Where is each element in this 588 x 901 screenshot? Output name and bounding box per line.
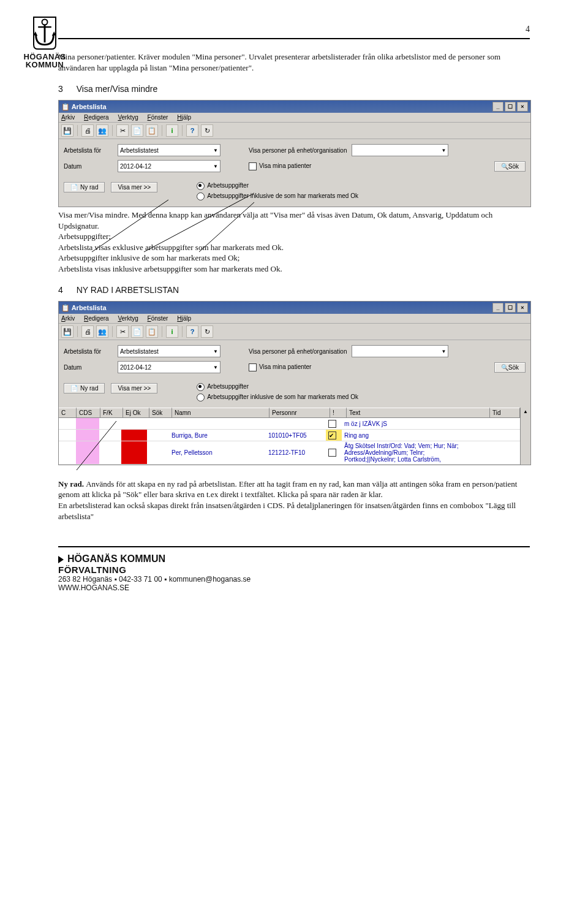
paste-icon[interactable]: 📋 — [146, 124, 158, 137]
scrollbar[interactable]: ▲ — [520, 408, 530, 465]
sok-label: Sök — [508, 364, 519, 371]
ny-rad-button[interactable]: 📄 Ny rad — [64, 182, 105, 192]
visa-mer-label: Visa mer >> — [118, 184, 151, 191]
table-row[interactable]: m öz j IZÄVK jS — [59, 418, 520, 430]
visa-mer-label: Visa mer >> — [118, 385, 151, 392]
menu-bar: Arkiv Redigera Verktyg Fönster Hjälp — [59, 113, 530, 123]
help-icon[interactable]: ? — [186, 124, 198, 137]
radio-group-arbetsuppgifter: Arbetsuppgifter Arbetsuppgifter inklusiv… — [197, 182, 358, 200]
maximize-icon[interactable]: ☐ — [505, 303, 516, 313]
radio-arbetsuppgifter[interactable]: Arbetsuppgifter — [197, 182, 358, 190]
minimize-icon[interactable]: _ — [492, 303, 503, 313]
cut-icon[interactable]: ✂ — [116, 325, 129, 338]
th-fk: F/K — [100, 408, 123, 418]
combo-arbetslista[interactable]: Arbetslistatest ▼ — [118, 345, 221, 357]
visa-mer-button[interactable]: Visa mer >> — [111, 182, 157, 192]
help-icon[interactable]: ? — [186, 325, 198, 338]
chevron-down-icon: ▼ — [213, 148, 218, 153]
chevron-down-icon: ▼ — [213, 365, 218, 370]
menu-redigera[interactable]: Redigera — [84, 315, 109, 322]
label-visa-personer: Visa personer på enhet/organisation — [249, 147, 347, 154]
cell-namn: Burriga, Bure — [169, 430, 266, 441]
section-number: 3 — [58, 84, 63, 94]
th-namn: Namn — [172, 408, 270, 418]
checkbox-icon — [249, 162, 257, 170]
copy-icon[interactable]: 📄 — [131, 325, 143, 338]
save-icon[interactable]: 💾 — [61, 124, 74, 137]
label-datum: Datum — [64, 163, 113, 170]
ny-rad-label: Ny rad — [80, 184, 98, 191]
table-row[interactable]: Burriga, Bure 101010+TF05 ✔ Ring ang — [59, 430, 520, 441]
checkbox-visa-mina[interactable]: Visa mina patienter — [249, 162, 311, 170]
ny-rad-button[interactable]: 📄 Ny rad — [64, 383, 105, 393]
minimize-icon[interactable]: _ — [492, 102, 503, 112]
sok-button[interactable]: 🔍 Sök — [494, 161, 526, 172]
refresh-icon[interactable]: ↻ — [201, 124, 213, 137]
combo-enhet[interactable]: ▼ — [352, 345, 448, 357]
print-icon[interactable]: 🖨 — [81, 325, 94, 338]
table-row[interactable]: Per, Pelletsson 121212-TF10 Åtg Skötsel … — [59, 441, 520, 465]
menu-arkiv[interactable]: Arkiv — [61, 315, 75, 322]
checkbox-label: Visa mina patienter — [259, 162, 311, 169]
info-icon[interactable]: i — [166, 124, 178, 137]
menu-hjalp[interactable]: Hjälp — [177, 114, 191, 121]
radio-inklusive-ok[interactable]: Arbetsuppgifter inklusive de som har mar… — [197, 192, 358, 200]
chevron-down-icon: ▼ — [213, 164, 218, 169]
footer-line1: HÖGANÄS KOMMUN — [67, 553, 165, 564]
menu-fonster[interactable]: Fönster — [148, 114, 168, 121]
footer-line2: FÖRVALTNING — [58, 565, 530, 575]
menu-verktyg[interactable]: Verktyg — [118, 114, 138, 121]
field-datum[interactable]: 2012-04-12 ▼ — [118, 160, 221, 172]
menu-hjalp[interactable]: Hjälp — [177, 315, 191, 322]
window-title: Arbetslista — [72, 304, 107, 311]
radio1-label: Arbetsuppgifter — [207, 182, 249, 189]
save-icon[interactable]: 💾 — [61, 325, 74, 338]
combo-enhet[interactable]: ▼ — [352, 144, 448, 156]
field-datum[interactable]: 2012-04-12 ▼ — [118, 361, 221, 373]
checkbox-icon[interactable] — [328, 420, 336, 428]
menu-fonster[interactable]: Fönster — [148, 315, 168, 322]
municipality-logo: HÖGANÄS KOMMUN — [17, 15, 72, 69]
refresh-icon[interactable]: ↻ — [201, 325, 213, 338]
close-icon[interactable]: × — [517, 102, 528, 112]
section-3-heading: 3 Visa mer/Visa mindre — [58, 84, 530, 94]
combo-arbetslista[interactable]: Arbetslistatest ▼ — [118, 144, 221, 156]
sok-button[interactable]: 🔍 Sök — [494, 362, 526, 373]
menu-arkiv[interactable]: Arkiv — [61, 114, 75, 121]
visa-mer-button[interactable]: Visa mer >> — [111, 383, 157, 393]
radio2-label: Arbetsuppgifter inklusive de som har mar… — [207, 192, 358, 199]
checkbox-visa-mina[interactable]: Visa mina patienter — [249, 363, 311, 371]
checkbox-icon — [249, 363, 257, 371]
menu-verktyg[interactable]: Verktyg — [118, 315, 138, 322]
print-icon[interactable]: 🖨 — [81, 124, 94, 137]
cell-text: m öz j IZÄVK jS — [342, 418, 491, 429]
table-header-row: C CDS F/K Ej Ok Sök Namn Personnr ! Text… — [59, 408, 520, 418]
label-datum: Datum — [64, 364, 113, 371]
menu-redigera[interactable]: Redigera — [84, 114, 109, 121]
th-personnr: Personnr — [270, 408, 330, 418]
maximize-icon[interactable]: ☐ — [505, 102, 516, 112]
ny-rad-bold: Ny rad. — [58, 479, 86, 489]
footer-line3: 263 82 Höganäs ▪ 042-33 71 00 ▪ kommunen… — [58, 575, 530, 584]
info-icon[interactable]: i — [166, 325, 178, 338]
find-icon[interactable]: 👥 — [96, 325, 108, 338]
table-body: m öz j IZÄVK jS Burriga, Bure 101010+TF0… — [59, 418, 520, 465]
close-icon[interactable]: × — [517, 303, 528, 313]
window-title: Arbetslista — [72, 103, 107, 110]
cell-personnr: 101010+TF05 — [266, 430, 326, 441]
cut-icon[interactable]: ✂ — [116, 124, 129, 137]
radio-arbetsuppgifter[interactable]: Arbetsuppgifter — [197, 383, 358, 391]
checkbox-icon[interactable] — [328, 449, 336, 457]
paste-icon[interactable]: 📋 — [146, 325, 158, 338]
radio-icon — [197, 393, 205, 401]
find-icon[interactable]: 👥 — [96, 124, 108, 137]
th-cds: CDS — [77, 408, 100, 418]
radio-inklusive-ok[interactable]: Arbetsuppgifter inklusive de som har mar… — [197, 393, 358, 401]
cell-personnr: 121212-TF10 — [266, 441, 326, 464]
label-visa-personer: Visa personer på enhet/organisation — [249, 348, 347, 355]
copy-icon[interactable]: 📄 — [131, 124, 143, 137]
checkbox-icon[interactable]: ✔ — [328, 431, 336, 439]
section-title: NY RAD I ARBETSLISTAN — [77, 285, 179, 295]
label-arbetslista-for: Arbetslista för — [64, 348, 113, 355]
page-number: 4 — [58, 25, 530, 34]
